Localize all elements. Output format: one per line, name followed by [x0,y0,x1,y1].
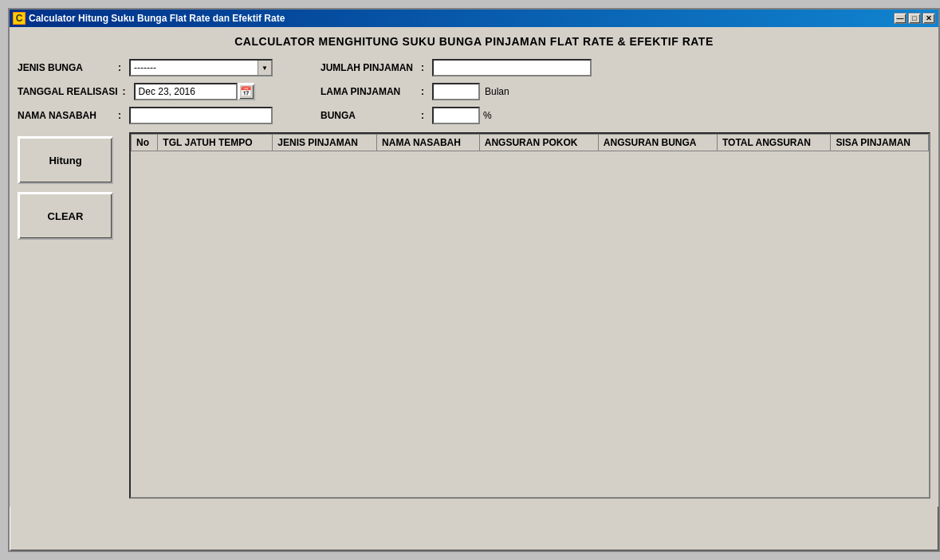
date-wrapper: 📅 [134,83,255,100]
buttons-panel: Hitung CLEAR [18,132,121,499]
jenis-bunga-row: JENIS BUNGA : ------- FLAT RATE EFEKTIF … [18,59,305,76]
col-nama-nasabah: NAMA NASABAH [377,135,480,151]
table-header-row: No TGL JATUH TEMPO JENIS PINJAMAN NAMA N… [132,135,929,151]
col-angsuran-bunga: ANGSURAN BUNGA [598,135,717,151]
lama-pinjaman-colon: : [421,86,424,97]
nama-nasabah-colon: : [118,110,121,121]
bunga-wrapper: % [432,107,492,124]
jenis-bunga-colon: : [118,62,121,73]
lama-pinjaman-input[interactable] [432,83,480,100]
persen-label: % [483,110,492,121]
lama-pinjaman-label: LAMA PINJAMAN [321,86,416,97]
data-table: No TGL JATUH TEMPO JENIS PINJAMAN NAMA N… [131,134,929,151]
table-header: No TGL JATUH TEMPO JENIS PINJAMAN NAMA N… [132,135,929,151]
main-content: Hitung CLEAR No TGL JATUH TEMPO JENIS PI… [18,132,930,499]
jumlah-pinjaman-label: JUMLAH PINJAMAN [321,62,416,73]
nama-nasabah-row: NAMA NASABAH : [18,107,305,124]
bunga-label: BUNGA [321,110,416,121]
form-left: JENIS BUNGA : ------- FLAT RATE EFEKTIF … [18,59,305,124]
clear-button[interactable]: CLEAR [18,192,113,240]
title-bar-left: C Calculator Hitung Suku Bunga Flat Rate… [13,12,285,25]
hitung-button[interactable]: Hitung [18,136,113,184]
table-section: No TGL JATUH TEMPO JENIS PINJAMAN NAMA N… [129,132,930,499]
app-icon: C [13,12,26,25]
jumlah-pinjaman-colon: : [421,62,424,73]
col-no: No [132,135,158,151]
nama-nasabah-label: NAMA NASABAH [18,110,113,121]
calendar-button[interactable]: 📅 [238,83,255,100]
col-angsuran-pokok: ANGSURAN POKOK [479,135,598,151]
lama-pinjaman-row: LAMA PINJAMAN : Bulan [321,83,930,100]
nama-nasabah-input[interactable] [129,107,273,124]
col-tgl-jatuh-tempo: TGL JATUH TEMPO [158,135,273,151]
col-jenis-pinjaman: JENIS PINJAMAN [273,135,377,151]
bunga-row: BUNGA : % [321,107,930,124]
jumlah-pinjaman-row: JUMLAH PINJAMAN : [321,59,930,76]
form-right: JUMLAH PINJAMAN : LAMA PINJAMAN : Bulan … [321,59,930,124]
close-button[interactable]: ✕ [922,13,935,24]
tanggal-realisasi-colon: : [123,86,126,97]
form-section: JENIS BUNGA : ------- FLAT RATE EFEKTIF … [18,59,930,124]
jenis-bunga-wrapper: ------- FLAT RATE EFEKTIF RATE [129,59,273,76]
maximize-button[interactable]: □ [908,13,921,24]
lama-wrapper: Bulan [432,83,509,100]
calendar-icon: 📅 [240,86,252,97]
window-title: Calculator Hitung Suku Bunga Flat Rate d… [29,13,285,24]
bunga-input[interactable] [432,107,480,124]
main-window: C Calculator Hitung Suku Bunga Flat Rate… [8,8,940,552]
tanggal-realisasi-label: TANGGAL REALISASI [18,86,118,97]
col-sisa-pinjaman: SISA PINJAMAN [831,135,929,151]
tanggal-realisasi-row: TANGGAL REALISASI : 📅 [18,83,305,100]
window-body: CALCULATOR MENGHITUNG SUKU BUNGA PINJAMA… [10,27,938,507]
col-total-angsuran: TOTAL ANGSURAN [717,135,830,151]
page-title: CALCULATOR MENGHITUNG SUKU BUNGA PINJAMA… [18,35,930,48]
bunga-colon: : [421,110,424,121]
title-bar-buttons: — □ ✕ [894,13,935,24]
jenis-bunga-label: JENIS BUNGA [18,62,113,73]
bulan-label: Bulan [485,86,509,97]
tanggal-realisasi-input[interactable] [134,83,238,100]
jumlah-pinjaman-input[interactable] [432,59,592,76]
minimize-button[interactable]: — [894,13,907,24]
jenis-bunga-select[interactable]: ------- FLAT RATE EFEKTIF RATE [129,59,273,76]
title-bar: C Calculator Hitung Suku Bunga Flat Rate… [10,10,938,27]
